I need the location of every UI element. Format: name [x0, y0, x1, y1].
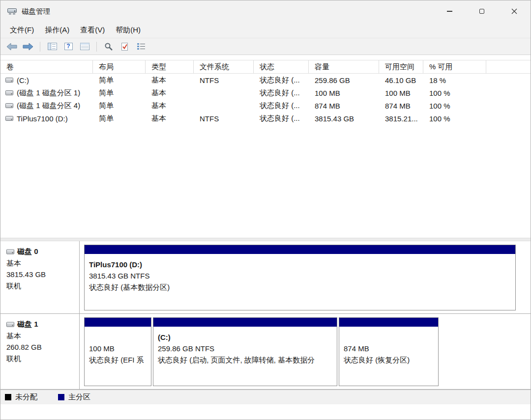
disk-1-partitions: 100 MB 状态良好 (EFI 系 (C:) 259.86 GB NTFS 状…: [80, 314, 531, 389]
partition-status: 状态良好 (恢复分区): [344, 354, 434, 365]
disk-type: 基本: [6, 257, 76, 269]
primary-partition-color-bar: [339, 318, 438, 328]
partition-status: 状态良好 (基本数据分区): [89, 281, 511, 293]
column-header-status[interactable]: 状态: [254, 60, 309, 73]
volume-icon: [5, 116, 13, 121]
pane-splitter[interactable]: [0, 238, 531, 241]
console-tree-icon[interactable]: [46, 41, 59, 53]
cell-capacity: 874 MB: [309, 102, 379, 110]
toolbar: ?: [0, 38, 531, 55]
titlebar: 磁盘管理: [0, 0, 531, 22]
partition-title: (C:): [158, 332, 333, 343]
partition-status: 状态良好 (EFI 系: [89, 354, 147, 365]
volume-icon: [5, 78, 13, 83]
help-icon[interactable]: ?: [62, 41, 75, 53]
partition-size: 259.86 GB NTFS: [158, 343, 333, 354]
toolbar-separator: [40, 42, 40, 52]
column-header-pct-free[interactable]: % 可用: [423, 60, 486, 73]
export-list-icon[interactable]: [78, 41, 91, 53]
disk-0-partitions: TiPlus7100 (D:) 3815.43 GB NTFS 状态良好 (基本…: [80, 241, 531, 313]
table-row[interactable]: (C:) 简单 基本 NTFS 状态良好 (... 259.86 GB 46.1…: [0, 74, 531, 86]
disk-name: 磁盘 0: [17, 247, 38, 256]
cell-status: 状态良好 (...: [254, 88, 309, 98]
table-row[interactable]: (磁盘 1 磁盘分区 1) 简单 基本 状态良好 (... 100 MB 100…: [0, 86, 531, 99]
disk-status: 联机: [6, 353, 76, 364]
disk-icon: [6, 249, 14, 254]
cell-type: 基本: [146, 76, 194, 85]
check-document-icon[interactable]: [118, 41, 131, 53]
window-footer: [0, 404, 531, 420]
minimize-button[interactable]: [433, 0, 466, 22]
disk-info-1[interactable]: 磁盘 1 基本 260.82 GB 联机: [0, 314, 80, 389]
cell-layout: 简单: [93, 76, 146, 85]
column-header-free-space[interactable]: 可用空间: [379, 60, 423, 73]
maximize-icon: [479, 9, 484, 14]
unallocated-swatch-icon: [5, 394, 11, 400]
cell-free-space: 100 MB: [379, 89, 423, 97]
cell-free-space: 46.10 GB: [379, 76, 423, 84]
maximize-button[interactable]: [466, 0, 498, 22]
toolbar-separator: [96, 42, 97, 52]
disk-type: 基本: [6, 330, 76, 341]
column-header-volume[interactable]: 卷: [0, 60, 93, 73]
cell-status: 状态良好 (...: [254, 114, 309, 123]
partition-c[interactable]: (C:) 259.86 GB NTFS 状态良好 (启动, 页面文件, 故障转储…: [153, 317, 337, 386]
disk-name: 磁盘 1: [17, 320, 38, 329]
partition-efi[interactable]: 100 MB 状态良好 (EFI 系: [84, 317, 151, 386]
cell-layout: 简单: [93, 114, 146, 123]
disk-row-1: 磁盘 1 基本 260.82 GB 联机 100 MB 状态良好 (EFI 系 …: [0, 314, 531, 390]
menu-action[interactable]: 操作(A): [39, 24, 75, 37]
partition-status: 状态良好 (启动, 页面文件, 故障转储, 基本数据分: [158, 354, 333, 365]
partition-title: [89, 332, 147, 343]
cell-free-space: 874 MB: [379, 102, 423, 110]
cell-capacity: 3815.43 GB: [309, 114, 379, 123]
volume-icon: [5, 103, 13, 108]
column-header-capacity[interactable]: 容量: [309, 60, 379, 73]
menu-view[interactable]: 查看(V): [75, 24, 110, 37]
legend-unallocated: 未分配: [5, 392, 37, 402]
cell-filesystem: NTFS: [194, 76, 254, 84]
disk-icon: [6, 322, 14, 327]
disk-management-app-icon[interactable]: [7, 7, 17, 15]
cell-pct-free: 100 %: [423, 89, 486, 97]
cell-status: 状态良好 (...: [254, 101, 309, 111]
action-pane-icon[interactable]: [135, 41, 148, 53]
magnifier-icon[interactable]: [102, 41, 115, 53]
partition-d[interactable]: TiPlus7100 (D:) 3815.43 GB NTFS 状态良好 (基本…: [84, 245, 516, 310]
volume-list-header: 卷 布局 类型 文件系统 状态 容量 可用空间 % 可用: [0, 60, 531, 74]
cell-status: 状态良好 (...: [254, 76, 309, 85]
menu-help[interactable]: 帮助(H): [110, 24, 146, 37]
primary-partition-color-bar: [85, 245, 515, 255]
cell-type: 基本: [146, 88, 194, 98]
cell-type: 基本: [146, 101, 194, 111]
column-header-type[interactable]: 类型: [146, 60, 194, 73]
back-icon[interactable]: [5, 41, 18, 53]
cell-filesystem: NTFS: [194, 114, 254, 123]
legend-label: 主分区: [68, 392, 90, 402]
table-row[interactable]: (磁盘 1 磁盘分区 4) 简单 基本 状态良好 (... 874 MB 874…: [0, 99, 531, 112]
legend-primary-partition: 主分区: [58, 392, 90, 402]
cell-capacity: 100 MB: [309, 89, 379, 97]
partition-title: [344, 332, 434, 343]
window-controls: [433, 0, 531, 22]
forward-icon[interactable]: [22, 41, 34, 53]
primary-partition-color-bar: [85, 318, 151, 328]
close-button[interactable]: [498, 0, 531, 22]
disk-info-0[interactable]: 磁盘 0 基本 3815.43 GB 联机: [0, 241, 80, 313]
menu-file[interactable]: 文件(F): [4, 24, 39, 37]
legend-label: 未分配: [15, 392, 37, 402]
cell-pct-free: 100 %: [423, 102, 486, 110]
close-icon: [511, 8, 517, 14]
cell-pct-free: 18 %: [423, 76, 486, 84]
table-row[interactable]: TiPlus7100 (D:) 简单 基本 NTFS 状态良好 (... 381…: [0, 112, 531, 125]
partition-recovery[interactable]: 874 MB 状态良好 (恢复分区): [339, 317, 439, 386]
volume-name: TiPlus7100 (D:): [17, 114, 68, 123]
volume-name: (C:): [17, 76, 29, 84]
primary-partition-color-bar: [153, 318, 337, 328]
partition-size: 3815.43 GB NTFS: [89, 270, 511, 281]
column-header-filesystem[interactable]: 文件系统: [194, 60, 254, 73]
column-header-layout[interactable]: 布局: [93, 60, 146, 73]
menubar: 文件(F) 操作(A) 查看(V) 帮助(H): [0, 22, 531, 38]
cell-free-space: 3815.21...: [379, 114, 423, 123]
column-header-filler: [486, 60, 531, 73]
